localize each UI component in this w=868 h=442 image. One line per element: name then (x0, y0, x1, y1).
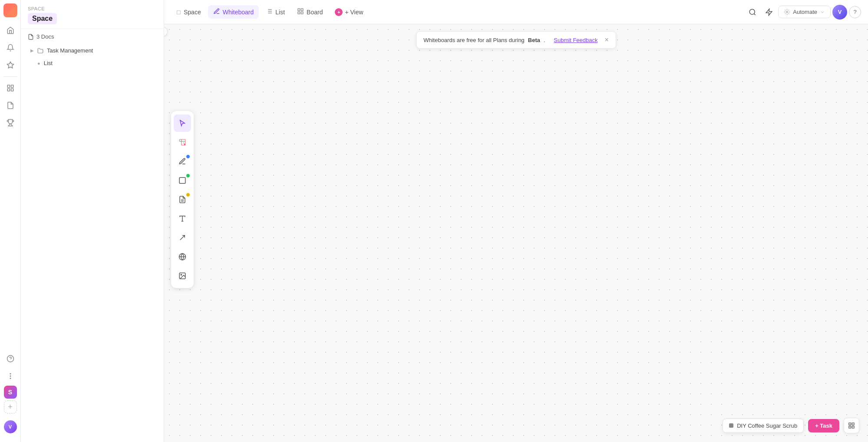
bottom-bar: DIY Coffee Sugar Scrub + Task (723, 418, 859, 433)
beta-notice-close[interactable]: × (604, 36, 608, 44)
add-view-button[interactable]: + + View (330, 6, 368, 19)
grid-view-button[interactable] (844, 418, 859, 433)
arrow-tool[interactable] (174, 229, 191, 246)
svg-rect-16 (298, 9, 300, 11)
whiteboard-tab-icon (213, 8, 220, 16)
svg-marker-22 (766, 9, 772, 15)
board-tab-label: Board (307, 9, 323, 16)
svg-rect-1 (7, 85, 10, 87)
automate-button[interactable]: Automate (778, 6, 831, 18)
tab-space[interactable]: ◻ Space (171, 6, 206, 18)
doc-small-icon (28, 34, 34, 40)
app-logo[interactable] (3, 3, 17, 17)
tab-board[interactable]: Board (292, 5, 328, 19)
automate-chevron-icon (820, 10, 825, 15)
svg-rect-2 (11, 85, 13, 87)
add-space-button[interactable]: + (4, 400, 17, 413)
search-button[interactable] (745, 5, 760, 20)
diy-task-badge[interactable]: DIY Coffee Sugar Scrub (723, 419, 804, 433)
docs-item[interactable]: 3 Docs (21, 29, 164, 44)
whiteboard-toolbar (171, 111, 194, 288)
beta-notice-bar: Whiteboards are free for all Plans durin… (416, 31, 616, 49)
rail-divider (3, 76, 17, 77)
automate-icon (784, 9, 790, 15)
svg-rect-18 (298, 12, 300, 14)
note-tool[interactable] (174, 191, 191, 208)
docs-label: 3 Docs (36, 33, 54, 40)
space-tab-label: Space (184, 9, 201, 16)
circle-icon: ● (37, 61, 40, 66)
question-icon[interactable] (3, 351, 18, 367)
tab-list[interactable]: List (261, 5, 290, 19)
collapse-sidebar-button[interactable] (164, 27, 168, 36)
note-color-dot (186, 193, 190, 197)
user-avatar-small[interactable]: V (4, 420, 17, 433)
task-management-label: Task Management (47, 47, 93, 54)
beta-bold: Beta (528, 37, 540, 43)
lightning-button[interactable] (762, 5, 776, 20)
main-content: ◻ Space Whiteboard List Board + + V (164, 0, 868, 442)
image-tool[interactable] (174, 267, 191, 285)
svg-line-21 (754, 13, 756, 15)
magenta-circle-icon: + (335, 8, 343, 16)
shape-tool[interactable] (174, 172, 191, 189)
star-icon[interactable] (3, 57, 18, 73)
svg-rect-36 (852, 423, 854, 425)
paint-tool[interactable] (174, 134, 191, 151)
board-tab-icon (297, 8, 304, 16)
space-s-badge[interactable]: S (4, 386, 17, 399)
task-management-item[interactable]: ▶ Task Management (23, 44, 161, 57)
list-label: List (44, 60, 53, 66)
whiteboard-canvas[interactable]: Whiteboards are free for all Plans durin… (164, 24, 868, 442)
trophy-icon[interactable] (3, 115, 18, 131)
shape-color-dot (186, 174, 190, 178)
more-icon[interactable] (3, 368, 18, 384)
svg-rect-25 (179, 177, 185, 183)
globe-tool[interactable] (174, 248, 191, 265)
beta-text: Whiteboards are free for all Plans durin… (423, 37, 525, 43)
svg-line-30 (180, 236, 185, 240)
help-button[interactable]: ? (849, 6, 861, 18)
svg-rect-4 (11, 89, 13, 91)
svg-point-8 (10, 376, 11, 377)
diy-task-label: DIY Coffee Sugar Scrub (737, 422, 797, 429)
pen-tool[interactable] (174, 153, 191, 170)
automate-label: Automate (793, 9, 817, 15)
cursor-tool[interactable] (174, 115, 191, 132)
list-tab-icon (266, 8, 273, 16)
pen-color-dot (186, 154, 190, 159)
topbar: ◻ Space Whiteboard List Board + + V (164, 0, 868, 24)
list-tab-label: List (275, 9, 285, 16)
doc-icon[interactable] (3, 98, 18, 113)
svg-rect-38 (852, 426, 854, 428)
beta-period: . (544, 37, 545, 43)
space-label: SPACE (28, 6, 157, 11)
svg-point-7 (10, 373, 11, 374)
feedback-link[interactable]: Submit Feedback (554, 37, 597, 43)
list-item[interactable]: ● List (23, 57, 161, 69)
whiteboard-tab-label: Whiteboard (223, 9, 254, 16)
folder-icon (37, 48, 43, 54)
space-title[interactable]: Space (28, 13, 57, 24)
svg-rect-3 (7, 89, 10, 91)
sidebar-header: SPACE Space (21, 0, 164, 29)
svg-point-34 (181, 274, 182, 275)
svg-point-23 (786, 11, 788, 13)
apps-icon[interactable] (3, 80, 18, 96)
home-icon[interactable] (3, 23, 18, 38)
bell-icon[interactable] (3, 40, 18, 56)
user-avatar-topbar[interactable]: V (832, 5, 847, 20)
svg-rect-37 (849, 426, 851, 428)
svg-point-20 (750, 9, 755, 14)
sidebar: SPACE Space 3 Docs ▶ Task Management ● L… (21, 0, 164, 442)
svg-rect-17 (301, 9, 303, 11)
space-tab-icon: ◻ (176, 9, 181, 15)
svg-rect-35 (849, 423, 851, 425)
svg-rect-19 (301, 12, 303, 14)
add-task-button[interactable]: + Task (808, 419, 839, 432)
text-tool[interactable] (174, 210, 191, 227)
svg-marker-0 (7, 62, 13, 68)
view-label: + View (345, 9, 363, 16)
task-btn-label: + Task (815, 422, 832, 429)
tab-whiteboard[interactable]: Whiteboard (208, 5, 259, 19)
